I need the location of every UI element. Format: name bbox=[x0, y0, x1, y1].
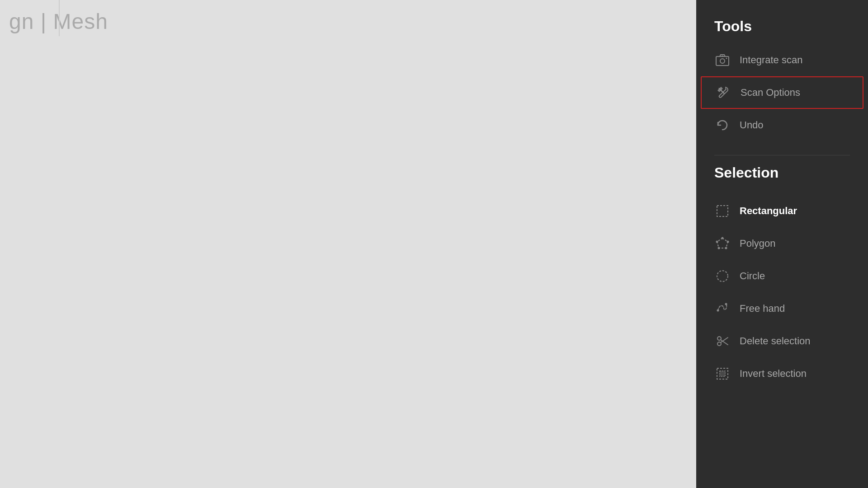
svg-point-15 bbox=[717, 271, 728, 282]
svg-marker-9 bbox=[717, 238, 728, 248]
svg-rect-8 bbox=[717, 206, 728, 216]
camera-icon bbox=[714, 52, 731, 68]
svg-point-13 bbox=[718, 247, 720, 249]
free-hand-label: Free hand bbox=[740, 303, 785, 314]
svg-point-17 bbox=[725, 303, 727, 305]
svg-point-16 bbox=[717, 310, 719, 312]
sidebar-item-free-hand[interactable]: Free hand bbox=[696, 292, 868, 325]
sidebar-item-delete-selection[interactable]: Delete selection bbox=[696, 325, 868, 357]
svg-point-2 bbox=[726, 58, 727, 59]
svg-rect-23 bbox=[720, 371, 725, 376]
polygon-label: Polygon bbox=[740, 238, 776, 249]
rectangular-label: Rectangular bbox=[740, 205, 797, 217]
invert-selection-label: Invert selection bbox=[740, 368, 807, 380]
polygon-icon bbox=[714, 235, 731, 252]
sidebar-item-integrate-scan[interactable]: Integrate scan bbox=[696, 44, 868, 76]
scissors-icon bbox=[714, 333, 731, 349]
svg-point-12 bbox=[725, 247, 727, 249]
undo-icon bbox=[714, 117, 731, 133]
svg-point-10 bbox=[722, 237, 724, 239]
selection-section-title: Selection bbox=[696, 164, 868, 190]
svg-point-1 bbox=[720, 59, 725, 63]
sidebar-item-polygon[interactable]: Polygon bbox=[696, 227, 868, 260]
rectangular-icon bbox=[714, 203, 731, 219]
sidebar-item-rectangular[interactable]: Rectangular bbox=[696, 195, 868, 227]
freehand-icon bbox=[714, 300, 731, 317]
svg-point-11 bbox=[727, 241, 729, 243]
sidebar-item-invert-selection[interactable]: Invert selection bbox=[696, 357, 868, 390]
integrate-scan-label: Integrate scan bbox=[740, 54, 802, 66]
main-canvas: gn | Mesh bbox=[0, 0, 696, 488]
delete-selection-label: Delete selection bbox=[740, 335, 811, 347]
title-line bbox=[59, 0, 60, 36]
wrench-icon bbox=[715, 84, 731, 101]
sidebar-item-circle[interactable]: Circle bbox=[696, 260, 868, 292]
sidebar-item-undo[interactable]: Undo bbox=[696, 109, 868, 141]
tools-section-title: Tools bbox=[696, 18, 868, 44]
undo-label: Undo bbox=[740, 119, 764, 131]
divider-line bbox=[714, 155, 850, 155]
circle-label: Circle bbox=[740, 270, 765, 282]
circle-icon bbox=[714, 268, 731, 284]
svg-point-14 bbox=[716, 241, 718, 243]
sidebar: Tools Integrate scan bbox=[696, 0, 868, 488]
scan-options-label: Scan Options bbox=[741, 87, 800, 99]
sidebar-item-scan-options[interactable]: Scan Options bbox=[701, 76, 863, 109]
invert-icon bbox=[714, 366, 731, 382]
section-divider: Selection bbox=[696, 150, 868, 190]
